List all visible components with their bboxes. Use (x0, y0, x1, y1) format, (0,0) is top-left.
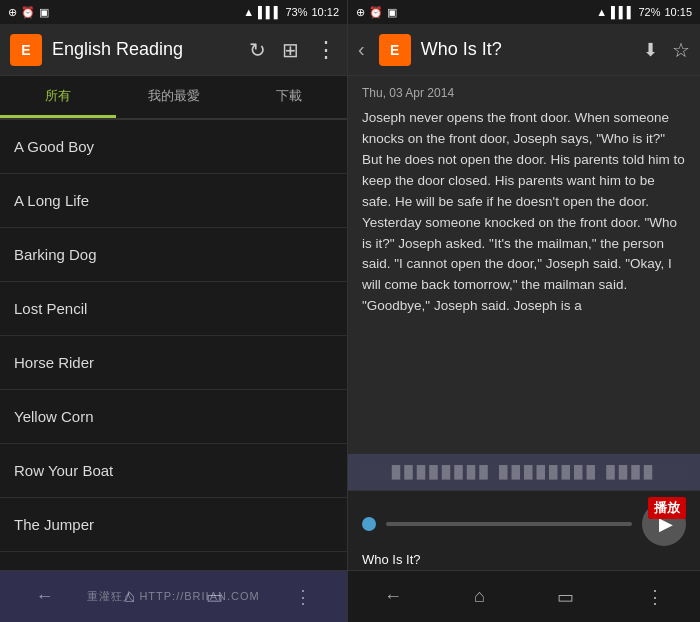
story-list[interactable]: A Good Boy A Long Life Barking Dog Lost … (0, 120, 347, 570)
list-item[interactable]: The Jumper (0, 498, 347, 552)
status-bar-left: ⊕ ⏰ ▣ ▲ ▌▌▌ 73% 10:12 (0, 0, 347, 24)
player-story-title: Who Is It? (362, 552, 421, 567)
screen-icon: ▣ (39, 6, 49, 19)
time-right: 10:15 (664, 6, 692, 18)
status-right-r: ▲ ▌▌▌ 72% 10:15 (596, 6, 692, 18)
recent-nav-icon-r[interactable]: ▭ (557, 586, 574, 608)
tab-download[interactable]: 下載 (231, 76, 347, 118)
list-item[interactable]: Yellow Corn (0, 390, 347, 444)
play-label[interactable]: 播放 (648, 497, 686, 519)
app-icon-left: E (10, 34, 42, 66)
top-bar-icons-left (249, 37, 337, 63)
download-icon[interactable] (643, 39, 658, 61)
signal-icon-r: ▌▌▌ (611, 6, 634, 18)
status-right-icons-r: ⊕ ⏰ ▣ (356, 6, 397, 19)
list-item[interactable]: Lost Pencil (0, 282, 347, 336)
list-item[interactable]: Horse Rider (0, 336, 347, 390)
screen-icon-r: ▣ (387, 6, 397, 19)
alarm-icon-r: ⏰ (369, 6, 383, 19)
app-title: English Reading (52, 39, 239, 60)
tabs-row: 所有 我的最愛 下載 (0, 76, 347, 120)
back-button[interactable]: ‹ (358, 38, 365, 61)
wifi-icon: ▲ (243, 6, 254, 18)
progress-track[interactable] (386, 522, 632, 526)
watermark: 重灌狂人 HTTP://BRIIAN.COM (0, 571, 347, 622)
sim-icon-r: ⊕ (356, 6, 365, 19)
story-text: Joseph never opens the front door. When … (362, 108, 686, 317)
time-left: 10:12 (311, 6, 339, 18)
alarm-icon: ⏰ (21, 6, 35, 19)
star-icon[interactable] (672, 38, 690, 62)
battery-left: 73% (285, 6, 307, 18)
list-item[interactable]: Barking Dog (0, 228, 347, 282)
app-icon-right: E (379, 34, 411, 66)
list-item[interactable]: A Good Boy (0, 120, 347, 174)
player-title-row: Who Is It? (362, 550, 686, 568)
player-section: 播放 ▶ Who Is It? (348, 490, 700, 570)
tab-all[interactable]: 所有 (0, 76, 116, 118)
story-title-header: Who Is It? (421, 39, 633, 60)
bottom-nav-left: 重灌狂人 HTTP://BRIIAN.COM ← ⌂ ▭ ⋮ (0, 570, 347, 622)
list-item[interactable]: Row Your Boat (0, 444, 347, 498)
more-nav-icon-r[interactable]: ⋮ (646, 586, 664, 608)
story-date: Thu, 03 Apr 2014 (362, 86, 686, 100)
top-right-icons (643, 38, 690, 62)
player-controls: ▶ (362, 502, 686, 546)
tab-favorites[interactable]: 我的最愛 (116, 76, 232, 118)
progress-dot[interactable] (362, 517, 376, 531)
bottom-nav-right: ← ⌂ ▭ ⋮ (348, 570, 700, 622)
story-content-area: Thu, 03 Apr 2014 Joseph never opens the … (348, 76, 700, 490)
left-panel: ⊕ ⏰ ▣ ▲ ▌▌▌ 73% 10:12 E English Reading … (0, 0, 348, 622)
status-bar-right: ⊕ ⏰ ▣ ▲ ▌▌▌ 72% 10:15 (348, 0, 700, 24)
back-nav-icon-r[interactable]: ← (384, 586, 402, 607)
grid-icon[interactable] (282, 38, 299, 62)
list-item[interactable]: A Long Life (0, 174, 347, 228)
home-nav-icon-r[interactable]: ⌂ (474, 586, 485, 607)
status-icons-left: ⊕ ⏰ ▣ (8, 6, 49, 19)
refresh-icon[interactable] (249, 38, 266, 62)
sim-icon: ⊕ (8, 6, 17, 19)
blur-overlay: ████████ ████████ ████ (348, 454, 700, 490)
status-right-left: ▲ ▌▌▌ 73% 10:12 (243, 6, 339, 18)
more-icon-left[interactable] (315, 37, 337, 63)
top-bar-right: ‹ E Who Is It? (348, 24, 700, 76)
signal-icon: ▌▌▌ (258, 6, 281, 18)
battery-right: 72% (638, 6, 660, 18)
wifi-icon-r: ▲ (596, 6, 607, 18)
right-panel: ⊕ ⏰ ▣ ▲ ▌▌▌ 72% 10:15 ‹ E Who Is It? Thu… (348, 0, 700, 622)
top-bar-left: E English Reading (0, 24, 347, 76)
